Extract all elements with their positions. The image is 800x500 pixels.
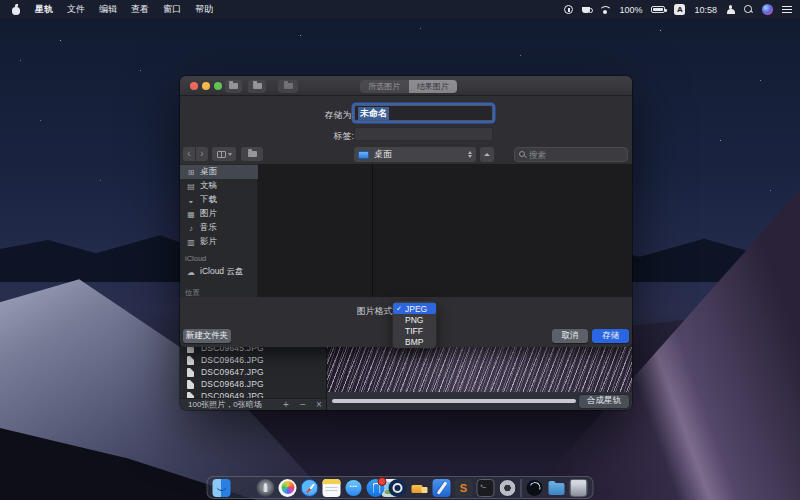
sidebar-item-desktop[interactable]: ⊞桌面 xyxy=(180,165,258,179)
notification-center-icon[interactable] xyxy=(782,6,792,14)
title-bar: 所选图片 结果图片 xyxy=(180,76,632,96)
download-icon: ◒ xyxy=(186,196,196,205)
location-popup[interactable]: 桌面 xyxy=(354,147,476,162)
location-value: 桌面 xyxy=(374,148,392,161)
sidebar-item-icloud-drive[interactable]: ☁iCloud 云盘 xyxy=(180,265,258,279)
pictures-icon: ▦ xyxy=(186,210,196,219)
documents-icon: ▤ xyxy=(186,182,196,191)
forward-button[interactable]: › xyxy=(196,147,208,161)
column-divider xyxy=(372,164,373,297)
apple-menu-icon[interactable] xyxy=(12,5,21,15)
spotlight-icon[interactable] xyxy=(744,5,753,14)
document-icon xyxy=(187,380,194,389)
battery-icon[interactable] xyxy=(651,6,665,13)
view-mode-button[interactable] xyxy=(212,147,236,161)
finder-dock-icon[interactable] xyxy=(213,479,231,497)
xcode-dock-icon[interactable] xyxy=(433,479,451,497)
sidebar-item-music[interactable]: ♪音乐 xyxy=(180,221,258,235)
chevron-down-icon xyxy=(228,153,232,156)
caffeine-cup-icon[interactable] xyxy=(582,7,590,13)
file-browser: ⊞桌面 ▤文稿 ◒下载 ▦图片 ♪音乐 ▥影片 iCloud ☁iCloud 云… xyxy=(180,164,632,297)
menu-view[interactable]: 查看 xyxy=(131,3,149,16)
notes-dock-icon[interactable] xyxy=(323,479,341,497)
file-row[interactable]: DSC09648.JPG xyxy=(180,378,326,390)
icloud-section-header: iCloud xyxy=(185,254,206,263)
menu-bar-clock[interactable]: 10:58 xyxy=(694,5,717,15)
new-folder-toolbar-button[interactable] xyxy=(241,147,263,161)
compose-bar: 合成星轨 xyxy=(327,392,632,410)
open-folder-button[interactable] xyxy=(225,80,242,93)
menu-window[interactable]: 窗口 xyxy=(163,3,181,16)
menu-edit[interactable]: 编辑 xyxy=(99,3,117,16)
launchpad-dock-icon[interactable] xyxy=(257,479,275,497)
downloads-folder-dock-icon[interactable] xyxy=(548,479,566,497)
steering-wheel-dock-icon[interactable] xyxy=(499,479,517,497)
safari-dock-icon[interactable] xyxy=(301,479,319,497)
star-trails-preview xyxy=(327,347,632,392)
sublime-text-dock-icon[interactable]: S xyxy=(455,479,473,497)
sidebar-item-documents[interactable]: ▤文稿 xyxy=(180,179,258,193)
document-icon xyxy=(187,356,194,365)
file-row[interactable]: DSC09646.JPG xyxy=(180,354,326,366)
close-button[interactable] xyxy=(190,82,198,90)
add-folder-button[interactable] xyxy=(248,80,266,93)
back-button[interactable]: ‹ xyxy=(183,147,195,161)
tab-result-image[interactable]: 结果图片 xyxy=(409,80,458,93)
truck-app-dock-icon[interactable] xyxy=(411,479,429,497)
menu-item-tiff[interactable]: TIFF xyxy=(393,325,436,336)
filename-value: 未命名 xyxy=(358,107,389,120)
checkmark-icon: ✓ xyxy=(396,305,402,313)
menu-item-jpeg[interactable]: ✓ JPEG xyxy=(393,303,436,314)
chevron-up-icon xyxy=(484,153,490,156)
input-source-icon[interactable]: A xyxy=(674,4,685,15)
clear-photos-button[interactable]: × xyxy=(316,399,322,410)
user-switch-icon[interactable] xyxy=(726,5,735,14)
app-menu-title[interactable]: 星轨 xyxy=(35,3,53,16)
window-content: DSC09645.JPG DSC09646.JPG DSC09647.JPG D… xyxy=(180,347,632,410)
file-row[interactable]: DSC09645.JPG xyxy=(180,347,326,354)
zoom-button[interactable] xyxy=(214,82,222,90)
photos-dock-icon[interactable] xyxy=(279,479,297,497)
filename-field[interactable]: 未命名 xyxy=(354,105,493,121)
folder-icon xyxy=(229,83,238,89)
app-store-dock-icon[interactable] xyxy=(367,479,385,497)
search-field[interactable] xyxy=(514,147,628,162)
photo-count-text: 100张照片，0张暗场 xyxy=(188,399,262,410)
messages-dock-icon[interactable] xyxy=(345,479,363,497)
status-circle-icon[interactable] xyxy=(564,5,573,14)
folder-plus-icon xyxy=(253,83,262,89)
file-row[interactable]: DSC09647.JPG xyxy=(180,366,326,378)
progress-bar xyxy=(332,399,576,403)
sidebar-item-downloads[interactable]: ◒下载 xyxy=(180,193,258,207)
export-button[interactable] xyxy=(278,80,298,93)
star-trails-app-dock-icon[interactable] xyxy=(526,479,544,497)
new-folder-button[interactable]: 新建文件夹 xyxy=(183,329,231,343)
search-icon xyxy=(519,151,526,158)
trash-dock-icon[interactable] xyxy=(570,479,588,497)
tags-field[interactable] xyxy=(354,127,493,141)
format-label: 图片格式: xyxy=(335,305,395,318)
sidebar-item-movies[interactable]: ▥影片 xyxy=(180,235,258,249)
menu-help[interactable]: 帮助 xyxy=(195,3,213,16)
menu-file[interactable]: 文件 xyxy=(67,3,85,16)
cancel-button[interactable]: 取消 xyxy=(552,329,588,343)
minimize-button[interactable] xyxy=(202,82,210,90)
save-button[interactable]: 存储 xyxy=(592,329,629,343)
parent-folder-button[interactable] xyxy=(480,147,494,162)
format-menu: ✓ JPEG PNG TIFF BMP xyxy=(393,302,436,348)
search-input[interactable] xyxy=(529,150,619,160)
menu-item-bmp[interactable]: BMP xyxy=(393,336,436,347)
add-photos-button[interactable]: + xyxy=(283,399,289,410)
sidebar-item-pictures[interactable]: ▦图片 xyxy=(180,207,258,221)
siri-icon[interactable] xyxy=(762,4,773,15)
menu-bar: 星轨 文件 编辑 查看 窗口 帮助 100% A 10:58 xyxy=(0,0,800,19)
tab-selected-images[interactable]: 所选图片 xyxy=(360,80,409,93)
tags-label: 标签: xyxy=(294,130,354,143)
wifi-icon[interactable] xyxy=(599,6,610,14)
1password-dock-icon[interactable] xyxy=(389,479,407,497)
folder-icon xyxy=(248,151,257,157)
remove-photos-button[interactable]: − xyxy=(300,399,306,410)
compose-button[interactable]: 合成星轨 xyxy=(579,395,629,408)
terminal-dock-icon[interactable]: ›_ xyxy=(477,479,495,497)
menu-item-png[interactable]: PNG xyxy=(393,314,436,325)
